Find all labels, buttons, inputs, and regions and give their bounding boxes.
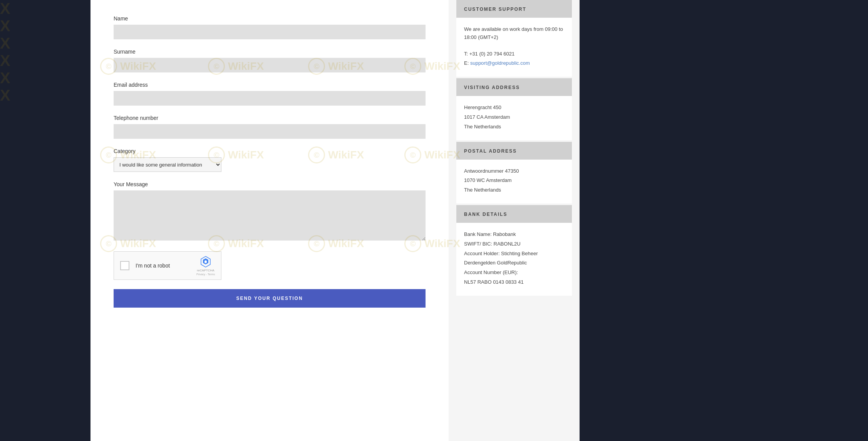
message-label: Your Message [114,181,426,187]
postal-line3: The Netherlands [464,186,564,194]
right-panel-inner: CUSTOMER SUPPORT We are available on wor… [449,0,572,296]
recaptcha-privacy: Privacy - Terms [196,273,215,276]
name-group: Name [114,15,426,39]
category-label: Category [114,148,426,154]
postal-line1: Antwoordnummer 47350 [464,167,564,175]
name-input[interactable] [114,25,426,39]
page-wrapper: © WikiFX © WikiFX © WikiFX © WikiFX © Wi… [0,0,868,441]
visiting-address-title: VISITING ADDRESS [464,85,520,90]
name-label: Name [114,15,426,22]
visiting-address-section: VISITING ADDRESS Herengracht 450 1017 CA… [456,78,572,140]
visiting-address-body: Herengracht 450 1017 CA Amsterdam The Ne… [456,96,572,140]
surname-label: Surname [114,49,426,55]
availability-text: We are available on work days from 09:00… [464,25,564,42]
bank-details-title: BANK DETAILS [464,212,507,217]
telephone-group: Telephone number [114,115,426,139]
visiting-address-header: VISITING ADDRESS [456,78,572,96]
surname-group: Surname [114,49,426,72]
postal-address-body: Antwoordnummer 47350 1070 WC Amsterdam T… [456,160,572,204]
customer-support-section: CUSTOMER SUPPORT We are available on wor… [456,0,572,77]
email-input[interactable] [114,91,426,106]
postal-address-header: POSTAL ADDRESS [456,142,572,160]
category-group: Category I would like some general infor… [114,148,426,172]
visiting-line2: 1017 CA Amsterdam [464,113,564,121]
bank-name: Bank Name: Rabobank [464,231,564,239]
email-link[interactable]: support@goldrepublic.com [470,60,530,66]
email-label: Email address [114,82,426,88]
message-textarea[interactable] [114,190,426,241]
recaptcha-logo-icon [199,256,212,268]
email-group: Email address [114,82,426,106]
customer-support-header: CUSTOMER SUPPORT [456,0,572,18]
surname-input[interactable] [114,58,426,72]
derdengelden: Derdengelden GoldRepublic [464,259,564,267]
bank-details-header: BANK DETAILS [456,205,572,223]
recaptcha-brand: reCAPTCHA [197,269,214,272]
account-number-label: Account Number (EUR): [464,269,564,277]
account-number-value: NL57 RABO 0143 0833 41 [464,278,564,286]
phone-text: T: +31 (0) 20 794 6021 [464,50,564,58]
postal-address-title: POSTAL ADDRESS [464,148,517,154]
recaptcha-label: I'm not a robot [136,263,190,269]
account-holder: Account Holder: Stichting Beheer [464,250,564,258]
visiting-line1: Herengracht 450 [464,104,564,112]
submit-button[interactable]: SEND YOUR QUESTION [114,289,426,308]
right-sidebar [580,0,687,441]
left-sidebar [0,0,90,441]
recaptcha-box[interactable]: I'm not a robot reCAPTCHA Privacy - Term… [114,251,221,280]
email-prefix: E: [464,60,469,66]
message-group: Your Message [114,181,426,242]
bank-details-section: BANK DETAILS Bank Name: Rabobank SWIFT/ … [456,205,572,296]
telephone-input[interactable] [114,124,426,139]
customer-support-body: We are available on work days from 09:00… [456,18,572,77]
right-info-panel: CUSTOMER SUPPORT We are available on wor… [449,0,580,441]
visiting-line3: The Netherlands [464,123,564,131]
swift-bic: SWIFT/ BIC: RABONL2U [464,240,564,248]
recaptcha-checkbox[interactable] [120,261,129,270]
email-row: E: support@goldrepublic.com [464,59,564,67]
category-select[interactable]: I would like some general information I … [114,157,221,172]
customer-support-title: CUSTOMER SUPPORT [464,7,526,12]
recaptcha-logo-area: reCAPTCHA Privacy - Terms [196,256,215,276]
postal-line2: 1070 WC Amsterdam [464,177,564,185]
postal-address-section: POSTAL ADDRESS Antwoordnummer 47350 1070… [456,142,572,204]
telephone-label: Telephone number [114,115,426,121]
main-form-area: Name Surname Email address Telephone num… [90,0,449,441]
bank-details-body: Bank Name: Rabobank SWIFT/ BIC: RABONL2U… [456,223,572,296]
